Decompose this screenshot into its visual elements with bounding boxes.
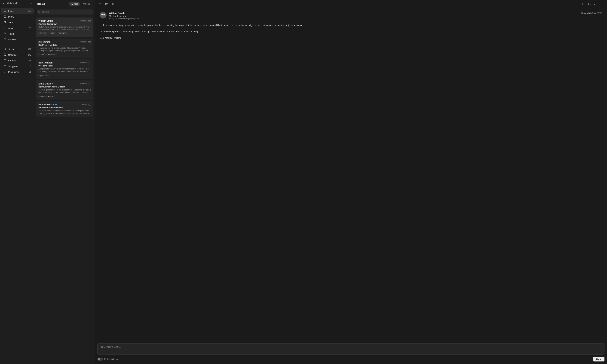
mute-toggle-switch[interactable] — [97, 358, 103, 361]
more-button[interactable] — [599, 1, 605, 6]
email-tags: work important — [38, 53, 91, 56]
spam-button[interactable] — [104, 1, 109, 6]
sender-name: William Smith — [38, 20, 53, 22]
updates-label: Updates — [8, 54, 26, 56]
email-list-header: Inbox All mail Unread — [35, 0, 95, 8]
tag-meeting: meeting — [38, 32, 48, 35]
inbox-badge: 128 — [28, 10, 31, 12]
inbox-title: Inbox — [37, 2, 67, 6]
toggle-knob — [98, 358, 100, 360]
email-item-header: Emily Davis 10 months ago — [38, 82, 91, 85]
sender-name: Bob Johnson — [38, 61, 53, 64]
email-tags: meeting work important — [38, 32, 91, 35]
promotions-badge: 21 — [29, 71, 31, 73]
all-mail-filter-button[interactable]: All mail — [69, 2, 80, 6]
shopping-label: Shopping — [8, 65, 28, 68]
mute-label: Mute this thread — [104, 358, 119, 360]
sidebar-item-promotions[interactable]: Promotions 21 — [1, 69, 34, 75]
sent-icon — [3, 21, 6, 24]
delete-button[interactable] — [111, 1, 116, 6]
sidebar-item-trash[interactable]: Trash — [1, 31, 34, 37]
main-nav: Inbox 128 Drafts 9 Sent Junk 23 — [0, 7, 35, 44]
toolbar-right — [580, 1, 605, 6]
email-item-5[interactable]: Michael Wilson 11 months ago Important A… — [36, 101, 94, 117]
sidebar-item-drafts[interactable]: Drafts 9 — [1, 14, 34, 19]
archive-label: Archive — [8, 38, 31, 41]
send-button[interactable]: Send — [593, 357, 605, 362]
email-preview: Thank you for the project update. It loo… — [38, 47, 91, 52]
sidebar-item-social[interactable]: Social 972 — [1, 46, 34, 52]
email-preview: I have an important announcement to make… — [38, 109, 91, 115]
unread-dot — [52, 83, 53, 84]
shopping-icon — [3, 65, 6, 68]
tag-work: work — [49, 32, 56, 35]
junk-label: Junk — [8, 27, 27, 29]
email-preview: Any plans for the weekend? I was thinkin… — [38, 68, 91, 73]
drafts-badge: 9 — [30, 15, 31, 18]
sidebar-item-shopping[interactable]: Shopping 8 — [1, 64, 34, 69]
drafts-icon — [3, 15, 6, 18]
email-item-header: Michael Wilson 11 months ago — [38, 103, 91, 106]
email-preview: I have a question about the budget for t… — [38, 89, 91, 94]
email-tags: work budget — [38, 95, 91, 98]
unread-filter-button[interactable]: Unread — [81, 2, 92, 6]
sidebar-item-forums[interactable]: Forums 128 — [1, 58, 34, 63]
email-item-1[interactable]: William Smith 3 months ago Meeting Tomor… — [36, 17, 94, 37]
tag-budget: budget — [46, 95, 55, 98]
email-item-3[interactable]: Bob Johnson 10 months ago Weekend Plans … — [36, 59, 94, 79]
svg-point-21 — [602, 3, 602, 3]
sidebar-item-sent[interactable]: Sent — [1, 20, 34, 25]
reply-button[interactable] — [580, 1, 585, 6]
search-wrapper — [37, 10, 93, 14]
sender-avatar: WS — [100, 12, 107, 18]
forward-button[interactable] — [593, 1, 598, 6]
email-subject: Meeting Tomorrow — [38, 23, 91, 25]
email-item-4[interactable]: Emily Davis 10 months ago Re: Question a… — [36, 80, 94, 100]
reply-textarea[interactable] — [97, 343, 605, 354]
inbox-label: Inbox — [8, 10, 26, 12]
svg-point-22 — [602, 4, 602, 4]
sidebar-divider — [2, 44, 32, 44]
email-body: Hi, let's have a meeting tomorrow to dis… — [100, 24, 602, 40]
detail-content: WS William Smith Meeting Tomorrow Reply-… — [95, 8, 607, 341]
junk-icon — [3, 26, 6, 29]
social-icon — [3, 48, 6, 51]
social-badge: 972 — [28, 48, 31, 50]
search-input[interactable] — [37, 10, 93, 14]
sender-name: Michael Wilson — [38, 103, 57, 106]
email-item-2[interactable]: Alice Smith 3 months ago Re: Project Upd… — [36, 39, 94, 58]
tag-personal: personal — [38, 74, 49, 77]
sidebar-item-inbox[interactable]: Inbox 128 — [1, 8, 34, 14]
promotions-label: Promotions — [8, 71, 27, 73]
sidebar-item-junk[interactable]: Junk 23 — [1, 25, 34, 31]
snooze-button[interactable] — [117, 1, 123, 6]
chevron-down-icon: ⌄ — [30, 2, 32, 4]
unread-dot — [55, 104, 57, 105]
body-paragraph-2: Please come prepared with any questions … — [100, 30, 602, 34]
reply-all-button[interactable] — [586, 1, 592, 6]
email-list: William Smith 3 months ago Meeting Tomor… — [35, 16, 95, 364]
sidebar-item-archive[interactable]: Archive — [1, 37, 34, 42]
email-time: 3 months ago — [80, 41, 91, 43]
svg-rect-6 — [4, 38, 6, 39]
junk-badge: 23 — [29, 27, 31, 29]
account-header[interactable]: ▲ Alicia Koch ⌄ — [0, 0, 35, 7]
archive-button[interactable] — [97, 1, 103, 6]
trash-label: Trash — [8, 33, 29, 35]
svg-point-23 — [602, 5, 602, 5]
email-subject: Re: Project Update — [38, 44, 91, 46]
sent-label: Sent — [8, 21, 29, 24]
email-detail-meta: William Smith Meeting Tomorrow Reply-To:… — [109, 12, 578, 20]
mute-toggle[interactable]: Mute this thread — [97, 358, 119, 361]
inbox-icon — [3, 10, 6, 13]
email-time: 10 months ago — [79, 62, 91, 64]
email-item-header: William Smith 3 months ago — [38, 20, 91, 22]
archive-icon — [3, 38, 6, 41]
forums-badge: 128 — [28, 59, 31, 62]
sidebar-item-updates[interactable]: Updates 342 — [1, 52, 34, 58]
categories-nav: Social 972 Updates 342 Forums 128 Shoppi… — [0, 45, 35, 76]
social-label: Social — [8, 48, 26, 51]
body-paragraph-3: Best regards, William — [100, 36, 602, 40]
svg-point-14 — [39, 11, 40, 12]
tag-work: work — [38, 95, 45, 98]
